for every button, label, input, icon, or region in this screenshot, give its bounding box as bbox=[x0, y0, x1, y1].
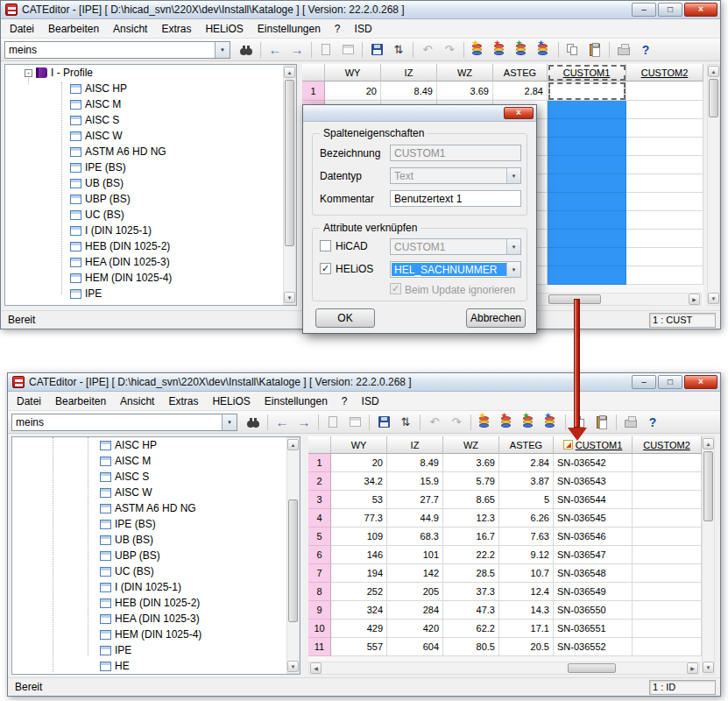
row-header[interactable]: 4 bbox=[308, 509, 331, 528]
table-cell[interactable]: 194 bbox=[331, 564, 387, 583]
table-cell-selected[interactable] bbox=[548, 193, 626, 211]
menu-einstellungen[interactable]: Einstellungen bbox=[251, 20, 328, 38]
row-header[interactable]: 2 bbox=[308, 472, 331, 491]
table-cell[interactable] bbox=[633, 546, 702, 564]
table-cell-selected[interactable] bbox=[548, 119, 626, 138]
table-cell[interactable]: 3.87 bbox=[499, 472, 554, 491]
table-cell[interactable] bbox=[633, 620, 702, 638]
tree-item[interactable]: IPE bbox=[12, 642, 300, 658]
col-header-custom2[interactable]: CUSTOM2 bbox=[633, 436, 702, 454]
col-header-iz[interactable]: IZ bbox=[387, 436, 443, 454]
table-cell[interactable]: 17.1 bbox=[499, 620, 554, 638]
table-cell[interactable]: 205 bbox=[387, 583, 443, 601]
table-cell-custom1[interactable]: SN-036543 bbox=[554, 472, 633, 491]
table-cell[interactable]: 557 bbox=[331, 638, 387, 656]
table-cell-custom1[interactable]: SN-036546 bbox=[554, 528, 633, 546]
col-header-wy[interactable]: WY bbox=[325, 64, 381, 81]
tree-item[interactable]: IPE (BS) bbox=[5, 159, 296, 175]
scroll-down-button[interactable]: ▼ bbox=[708, 293, 719, 304]
catalog-combo[interactable]: meins ▼ bbox=[4, 41, 230, 59]
vertical-scrollbar[interactable]: ▲ ▼ bbox=[702, 436, 715, 675]
minimize-button[interactable]: – bbox=[632, 3, 656, 17]
table-cell[interactable]: 3.69 bbox=[437, 81, 493, 101]
tree-item[interactable]: ASTM A6 HD NG bbox=[5, 144, 296, 159]
tree-item[interactable]: IPE (BS) bbox=[12, 516, 300, 532]
tree-item[interactable]: HEM (DIN 1025-4) bbox=[5, 270, 296, 286]
add-catalog-icon[interactable]: ★ bbox=[469, 41, 488, 59]
table-cell[interactable]: 14.3 bbox=[499, 601, 554, 620]
dialog-close-button[interactable]: × bbox=[504, 107, 534, 119]
col-header-custom1[interactable]: CUSTOM1 bbox=[548, 64, 626, 81]
table-cell-custom1[interactable]: SN-036550 bbox=[554, 601, 633, 620]
combo-dropdown-icon[interactable]: ▼ bbox=[222, 414, 237, 430]
add-alias-icon[interactable]: ★ bbox=[512, 41, 532, 59]
table-cell[interactable] bbox=[633, 638, 702, 656]
scroll-right-button[interactable]: ▶ bbox=[689, 294, 700, 305]
scrollbar-thumb[interactable] bbox=[703, 451, 713, 521]
tree-item[interactable]: I (DIN 1025-1) bbox=[5, 223, 296, 238]
table-cell[interactable]: 12.4 bbox=[499, 583, 554, 601]
table-cell-custom1[interactable]: SN-036548 bbox=[554, 564, 633, 583]
table-cell-custom1[interactable]: SN-036552 bbox=[554, 638, 633, 656]
undo-icon[interactable]: ↶ bbox=[418, 41, 437, 59]
menu-bearbeiten[interactable]: Bearbeiten bbox=[48, 393, 113, 410]
menu-extras[interactable]: Extras bbox=[161, 393, 205, 410]
row-header[interactable]: 1 bbox=[308, 454, 331, 472]
combo-dropdown-icon[interactable]: ▼ bbox=[506, 262, 520, 277]
tree-item[interactable]: AISC S bbox=[12, 469, 300, 485]
title-bar[interactable]: CATEditor - [IPE] [ D:\hicad_svn\220X\de… bbox=[1, 1, 720, 19]
table-cell[interactable] bbox=[633, 564, 702, 583]
table-cell[interactable]: 5 bbox=[499, 491, 554, 509]
table-view-icon[interactable] bbox=[338, 41, 357, 59]
forward-icon[interactable]: → bbox=[287, 41, 307, 59]
menu-datei[interactable]: Datei bbox=[3, 20, 41, 38]
tree-item[interactable]: UB (BS) bbox=[5, 175, 296, 191]
table-cell[interactable]: 68.3 bbox=[387, 528, 443, 546]
print-icon[interactable] bbox=[621, 414, 640, 431]
menu-hilfe[interactable]: ? bbox=[328, 20, 348, 38]
table-cell-custom1[interactable]: SN-036542 bbox=[554, 454, 633, 472]
table-cell[interactable]: 77.3 bbox=[331, 509, 387, 528]
tree-item[interactable]: ASTM A6 HD NG bbox=[12, 500, 300, 516]
forward-icon[interactable]: → bbox=[294, 414, 314, 431]
menu-einstellungen[interactable]: Einstellungen bbox=[258, 393, 335, 410]
save-icon[interactable] bbox=[367, 41, 386, 59]
table-cell[interactable]: 7.63 bbox=[499, 528, 554, 546]
menu-hilfe[interactable]: ? bbox=[335, 393, 355, 410]
close-button[interactable]: × bbox=[684, 375, 717, 389]
new-row-icon[interactable] bbox=[316, 41, 336, 59]
table-cell[interactable] bbox=[626, 156, 703, 174]
table-cell[interactable] bbox=[626, 248, 703, 266]
tree-item[interactable]: AISC M bbox=[12, 453, 300, 469]
table-cell[interactable]: 604 bbox=[387, 638, 443, 656]
add-catalog-icon[interactable]: ★ bbox=[476, 414, 495, 431]
table-cell-selected[interactable] bbox=[548, 230, 626, 248]
table-cell[interactable]: 15.9 bbox=[387, 472, 443, 491]
tree-item[interactable]: UC (BS) bbox=[12, 563, 300, 579]
table-cell[interactable]: 2.84 bbox=[499, 454, 554, 472]
table-cell-custom1[interactable]: SN-036551 bbox=[554, 620, 633, 638]
table-cell[interactable]: 252 bbox=[331, 583, 387, 601]
col-header-iz[interactable]: IZ bbox=[381, 64, 437, 81]
menu-helios[interactable]: HELiOS bbox=[205, 393, 257, 410]
menu-extras[interactable]: Extras bbox=[154, 20, 198, 38]
table-cell[interactable]: 27.7 bbox=[387, 491, 443, 509]
table-cell[interactable]: 5.79 bbox=[443, 472, 499, 491]
add-table-icon[interactable]: ★ bbox=[491, 41, 510, 59]
table-cell[interactable]: 8.65 bbox=[443, 491, 499, 509]
scrollbar-thumb[interactable] bbox=[709, 79, 718, 117]
find-icon[interactable] bbox=[244, 414, 263, 431]
col-header-custom1[interactable]: CUSTOM1 bbox=[554, 436, 633, 454]
row-header[interactable]: 8 bbox=[308, 583, 331, 601]
row-header[interactable]: 11 bbox=[308, 638, 331, 656]
scroll-up-button[interactable]: ▲ bbox=[708, 66, 719, 77]
menu-isd[interactable]: ISD bbox=[355, 393, 386, 410]
tree-item[interactable]: UBP (BS) bbox=[5, 191, 296, 207]
table-cell-custom1[interactable]: SN-036549 bbox=[554, 583, 633, 601]
corner-header[interactable] bbox=[302, 64, 325, 81]
table-cell-selected[interactable] bbox=[548, 266, 626, 285]
tree-item[interactable]: AISC HP bbox=[5, 81, 296, 96]
table-cell[interactable]: 20.5 bbox=[499, 638, 554, 656]
table-cell[interactable]: 429 bbox=[331, 620, 387, 638]
help-icon[interactable]: ? bbox=[636, 41, 655, 59]
